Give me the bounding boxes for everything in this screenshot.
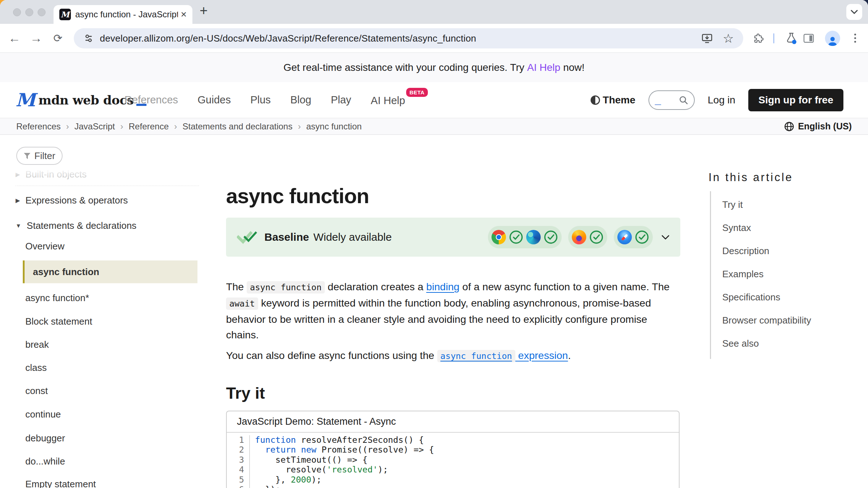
baseline-label: Baseline bbox=[264, 231, 309, 243]
sidebar-item-block-statement[interactable]: Block statement bbox=[16, 316, 92, 327]
reload-button[interactable]: ⟳ bbox=[48, 24, 67, 52]
labs-flask-icon[interactable] bbox=[783, 24, 800, 52]
toc-item-browser-compatibility[interactable]: Browser compatibility bbox=[722, 315, 811, 326]
breadcrumb-item-statements-and-declarations[interactable]: Statements and declarations bbox=[183, 121, 293, 132]
site-settings-icon[interactable] bbox=[83, 33, 94, 44]
search-input[interactable]: _ bbox=[648, 90, 695, 110]
code-token: function bbox=[255, 435, 296, 445]
code-link-async-function[interactable]: async function bbox=[437, 350, 515, 362]
chrome-icon bbox=[492, 230, 506, 244]
code-token: new bbox=[301, 445, 316, 455]
code-text: }); bbox=[250, 485, 281, 488]
toc-item-try-it[interactable]: Try it bbox=[722, 199, 811, 210]
breadcrumb: References›JavaScript›Reference›Statemen… bbox=[16, 121, 362, 132]
breadcrumb-separator: › bbox=[174, 121, 177, 132]
tab-search-button[interactable] bbox=[846, 4, 862, 20]
breadcrumb-item-async-function[interactable]: async function bbox=[306, 121, 362, 132]
tab-title: async function - JavaScript | bbox=[75, 9, 178, 20]
code-token bbox=[296, 445, 301, 455]
login-link[interactable]: Log in bbox=[708, 94, 735, 106]
theme-toggle[interactable]: Theme bbox=[591, 94, 635, 106]
sidebar-item-label: Overview bbox=[25, 241, 64, 252]
back-button[interactable]: ← bbox=[5, 24, 24, 52]
sidebar-item-class[interactable]: class bbox=[16, 362, 47, 373]
code-token: }); bbox=[255, 484, 281, 488]
safari-pill bbox=[614, 226, 653, 248]
breadcrumb-item-javascript[interactable]: JavaScript bbox=[75, 121, 115, 132]
address-bar[interactable]: developer.allizom.org/en-US/docs/Web/Jav… bbox=[74, 28, 743, 48]
minimize-window-button[interactable] bbox=[25, 8, 33, 16]
filter-button[interactable]: Filter bbox=[16, 147, 63, 165]
profile-avatar[interactable] bbox=[824, 24, 841, 52]
browser-menu-icon[interactable] bbox=[846, 24, 864, 52]
search-icon bbox=[679, 95, 688, 105]
close-window-button[interactable] bbox=[13, 8, 21, 16]
nav-references[interactable]: References bbox=[124, 94, 178, 106]
article: async function Baseline Widely available bbox=[226, 135, 681, 488]
toc-heading: In this article bbox=[709, 171, 793, 184]
baseline-expand-chevron[interactable] bbox=[661, 235, 669, 240]
forward-button[interactable]: → bbox=[27, 24, 46, 52]
signup-button[interactable]: Sign up for free bbox=[748, 89, 843, 111]
promo-suffix: now! bbox=[560, 62, 584, 73]
toc-item-see-also[interactable]: See also bbox=[722, 338, 811, 349]
sidebar-item-async-function[interactable]: async function bbox=[23, 261, 197, 283]
nav-ai-help[interactable]: AI HelpBETA bbox=[371, 94, 428, 107]
sidebar-section-expressions-operators[interactable]: ▶Expressions & operators bbox=[16, 195, 128, 206]
toc-item-syntax[interactable]: Syntax bbox=[722, 222, 811, 233]
nav-play[interactable]: Play bbox=[331, 94, 351, 106]
sidebar-item-break[interactable]: break bbox=[16, 339, 49, 350]
toc-item-description[interactable]: Description bbox=[722, 245, 811, 256]
maximize-window-button[interactable] bbox=[38, 8, 46, 16]
breadcrumb-item-references[interactable]: References bbox=[16, 121, 61, 132]
sidebar-item-debugger[interactable]: debugger bbox=[16, 433, 65, 444]
bookmark-star-icon[interactable]: ☆ bbox=[723, 32, 734, 44]
extensions-icon[interactable] bbox=[749, 24, 767, 52]
url-text: developer.allizom.org/en-US/docs/Web/Jav… bbox=[100, 33, 476, 44]
nav-blog[interactable]: Blog bbox=[290, 94, 311, 106]
sidebar-item-continue[interactable]: continue bbox=[16, 409, 61, 420]
sidebar-item-const[interactable]: const bbox=[16, 385, 48, 397]
second-paragraph: You can also define async functions usin… bbox=[226, 348, 679, 364]
toc-item-examples[interactable]: Examples bbox=[722, 269, 811, 279]
mdn-favicon: M bbox=[59, 9, 71, 20]
code-text: resolve('resolved'); bbox=[250, 465, 388, 475]
install-icon[interactable] bbox=[701, 33, 713, 44]
text-link-binding[interactable]: binding bbox=[426, 281, 460, 292]
code-line: 3 setTimeout(() => { bbox=[227, 455, 679, 465]
sidebar-item-overview[interactable]: Overview bbox=[16, 241, 64, 252]
toc-item-specifications[interactable]: Specifications bbox=[722, 292, 811, 303]
code-token: 2000 bbox=[291, 475, 311, 485]
theme-label: Theme bbox=[603, 94, 635, 106]
code-token: resolveAfter2Seconds() { bbox=[296, 435, 424, 445]
nav-plus[interactable]: Plus bbox=[250, 94, 271, 106]
browser-tab[interactable]: M async function - JavaScript | × bbox=[54, 5, 192, 24]
language-label: English (US) bbox=[798, 121, 852, 132]
promo-ai-help-link[interactable]: AI Help bbox=[527, 62, 561, 73]
sidebar-item-empty-statement[interactable]: Empty statement bbox=[16, 479, 96, 488]
breadcrumb-item-reference[interactable]: Reference bbox=[129, 121, 169, 132]
code-token: Promise((resolve) => { bbox=[316, 445, 434, 455]
breadcrumb-separator: › bbox=[66, 121, 69, 132]
intro-paragraph: The async function declaration creates a… bbox=[226, 279, 679, 343]
side-panel-icon[interactable] bbox=[800, 24, 817, 52]
sidebar-fade bbox=[16, 165, 203, 178]
code-line: 5 }, 2000); bbox=[227, 475, 679, 485]
window-controls[interactable] bbox=[13, 8, 46, 16]
nav-guides[interactable]: Guides bbox=[197, 94, 231, 106]
tab-close-icon[interactable]: × bbox=[181, 9, 187, 20]
sidebar-section-statements-declarations[interactable]: ▼Statements & declarations bbox=[16, 220, 136, 231]
language-switcher[interactable]: English (US) bbox=[784, 121, 852, 132]
mdn-logo-m: M bbox=[16, 89, 35, 111]
text-link-expression[interactable]: expression bbox=[515, 350, 568, 361]
new-tab-button[interactable]: + bbox=[200, 3, 208, 18]
sidebar-item-do-while[interactable]: do...while bbox=[16, 456, 65, 467]
code-editor[interactable]: 1function resolveAfter2Seconds() {2 retu… bbox=[227, 433, 679, 488]
page-title: async function bbox=[226, 184, 369, 208]
sidebar: Filter ▶Built-in objects▶Expressions & o… bbox=[16, 135, 203, 488]
code-token: }, bbox=[255, 475, 291, 485]
sidebar-item-label: Expressions & operators bbox=[25, 195, 128, 206]
code-token: 'resolved' bbox=[327, 465, 378, 475]
interactive-demo: JavaScript Demo: Statement - Async 1func… bbox=[226, 411, 680, 488]
sidebar-item-async-function[interactable]: async function* bbox=[16, 292, 89, 304]
